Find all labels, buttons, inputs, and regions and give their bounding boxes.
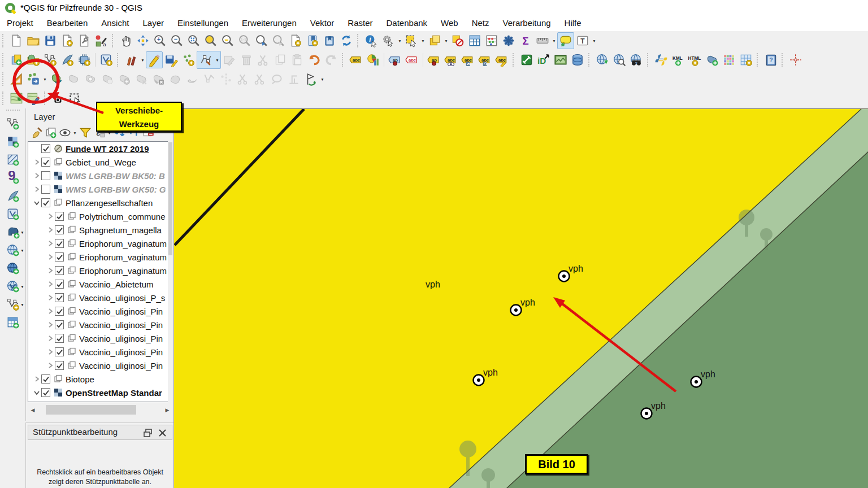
move-label-diagram-button[interactable]: abc [459,51,476,68]
add-vector-layer-button[interactable] [5,115,21,132]
chevron-expanded-icon[interactable] [32,198,41,208]
show-statistical-summary-button[interactable]: Σ [517,32,534,49]
new-project-button[interactable] [8,32,25,49]
layer-tree-row[interactable]: Vaccinio_uliginosi_Pin [28,345,172,359]
layer-diagram-options-button[interactable] [364,51,381,68]
layer-tree-row[interactable]: WMS LGRB-BW BK50: B [28,169,172,182]
trim-extend-button[interactable] [268,71,285,88]
chevron-collapsed-icon[interactable] [45,239,55,249]
zoom-full-button[interactable] [185,32,202,49]
select-by-value-button[interactable] [426,32,443,49]
table-manager-button[interactable] [737,51,754,68]
layer-checkbox[interactable] [55,361,64,370]
menu-layer[interactable]: Layer [136,16,171,30]
menu-datenbank[interactable]: Datenbank [380,16,435,30]
zoom-last-button[interactable] [253,32,270,49]
layer-checkbox[interactable] [41,158,50,167]
layer-tree-row[interactable]: Funde WT 2017 2019 [28,142,172,155]
split-parts-button[interactable] [218,71,235,88]
save-layer-edits-button[interactable] [163,51,180,68]
layer-checkbox[interactable] [55,347,64,356]
show-bookmarks-button[interactable] [321,32,338,49]
new-gpx-layer-button[interactable] [59,51,76,68]
measure-line-button[interactable] [534,32,551,49]
add-virtual-layer-2-button[interactable] [5,296,21,313]
menu-vektor[interactable]: Vektor [303,16,341,30]
metasearch-button[interactable] [594,51,611,68]
layer-tree-row[interactable]: Eriophorum_vaginatum [28,237,172,250]
chevron-collapsed-icon[interactable] [45,266,55,276]
layer-checkbox[interactable] [55,307,64,316]
layer-tree-row[interactable]: Vaccinio_uliginosi_P_s [28,291,172,304]
undo-button[interactable] [306,51,323,68]
python-console-button[interactable] [653,51,670,68]
pan-map-button[interactable] [118,32,134,49]
cad-tools-button[interactable] [8,71,25,88]
modify-attributes-button[interactable] [221,51,238,68]
vertex-tool-dropdown[interactable]: ▼ [214,51,220,68]
select-features-button[interactable] [403,32,420,49]
add-raster-layer-button[interactable] [5,133,21,150]
close-panel-icon[interactable] [158,428,167,438]
new-map-view-button[interactable] [287,32,304,49]
chevron-collapsed-icon[interactable] [45,225,55,235]
attribute-table-button[interactable] [466,32,483,49]
map-edit-button[interactable] [25,90,42,107]
merge-attributes-button[interactable] [251,71,268,88]
fill-ring-button[interactable] [116,71,133,88]
layer-tree-row[interactable]: Pflanzengesellschaften [28,196,172,210]
chevron-collapsed-icon[interactable] [32,185,41,194]
vertex-tool-button[interactable] [197,51,214,68]
toggle-editing-button[interactable] [146,51,163,68]
chevron-collapsed-icon[interactable] [45,252,55,262]
kml-tools-button[interactable]: KML [670,51,687,68]
filter-legend-button[interactable] [78,126,92,140]
measure-line-dropdown[interactable]: ▼ [551,32,557,49]
open-project-button[interactable] [25,32,42,49]
layer-tree-row[interactable]: Vaccinio_Abietetum [28,277,172,291]
add-vector-tile-layer-dropdown[interactable]: ▼ [19,283,25,290]
layer-checkbox[interactable] [41,171,50,180]
map-tips-button[interactable] [557,32,574,49]
layer-labeling-options-button[interactable]: abc [348,51,364,68]
chevron-collapsed-icon[interactable] [45,361,55,371]
layer-checkbox[interactable] [55,320,64,329]
delete-selected-button[interactable] [238,51,255,68]
serval-raster-button[interactable] [552,51,569,68]
layer-tree-row[interactable]: Eriophorum_vaginatum [28,250,172,264]
layer-checkbox[interactable] [55,239,64,248]
help-contents-button[interactable]: ? [762,51,779,68]
add-group-button[interactable] [44,126,58,140]
center-crosshair-button[interactable] [787,51,804,68]
delete-ring-button[interactable] [133,71,150,88]
chevron-collapsed-icon[interactable] [32,158,41,167]
float-panel-icon[interactable] [143,428,153,438]
feature-actions-dropdown[interactable]: ▼ [397,32,403,49]
scroll-left-arrow[interactable]: ◀ [28,407,38,413]
chevron-collapsed-icon[interactable] [45,293,55,303]
zoom-native-button[interactable]: 1:1 [236,32,253,49]
layer-checkbox[interactable] [55,280,64,289]
new-bookmark-button[interactable] [304,32,321,49]
statistics-button[interactable] [483,32,500,49]
paste-features-button[interactable] [289,51,306,68]
add-delimited-text-layer-button[interactable]: 9 [5,169,21,186]
map-theme-button[interactable] [8,90,25,107]
layer-tree-row[interactable]: Vaccinio_uliginosi_Pin [28,332,172,345]
rotate-label-button[interactable]: abc [476,51,493,68]
reshape-features-button[interactable] [167,71,184,88]
add-postgis-layer-button[interactable] [5,224,21,241]
save-project-button[interactable] [42,32,59,49]
cut-features-button[interactable] [255,51,272,68]
layer-checkbox[interactable] [41,185,50,194]
layer-tree-row[interactable]: Polytrichum_commune [28,210,172,223]
merge-features-button[interactable] [235,71,251,88]
change-label-properties-button[interactable]: abc [493,51,510,68]
project-properties-button[interactable] [76,32,93,49]
save-project-as-button[interactable] [59,32,76,49]
zoom-to-layer-button[interactable] [219,32,236,49]
menu-web[interactable]: Web [434,16,465,30]
menu-ansicht[interactable]: Ansicht [94,16,136,30]
map-canvas[interactable]: vphvphvphvphvphvph Bild 10 [173,108,868,488]
menu-bearbeiten[interactable]: Bearbeiten [40,16,95,30]
